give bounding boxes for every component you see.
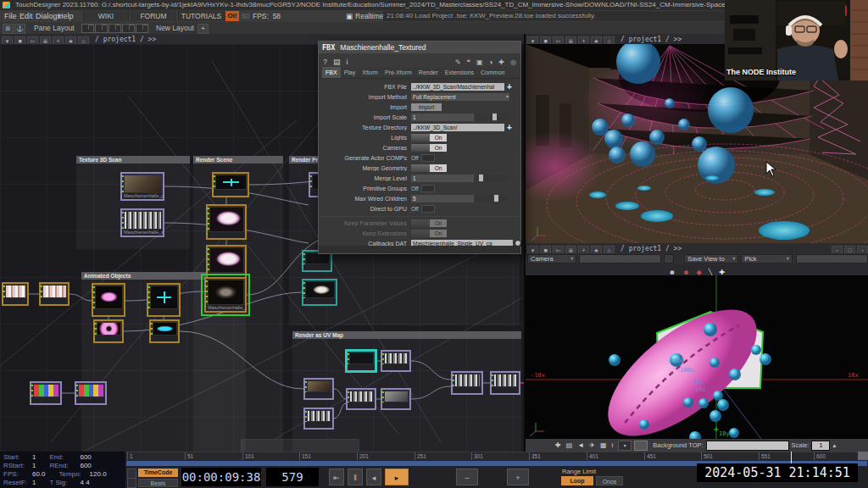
scale-stepper[interactable]: ▴ [832, 441, 836, 449]
network-group-label[interactable]: Render Scene [193, 156, 283, 164]
tab-fbx[interactable]: FBX [322, 67, 341, 78]
network-node[interactable] [92, 283, 125, 317]
layout-preset-5[interactable] [136, 24, 148, 33]
network-node[interactable] [346, 350, 376, 372]
network-node[interactable]: Maschienenhalle_single_uv [120, 208, 164, 237]
oi-badge[interactable]: OI! [225, 11, 239, 21]
param-control[interactable] [421, 205, 435, 213]
camera-select[interactable]: Camera▾ [527, 254, 576, 263]
network-node[interactable] [381, 350, 411, 372]
param-control[interactable]: On [430, 230, 447, 237]
network-node[interactable] [302, 279, 337, 306]
param-control[interactable] [411, 144, 430, 152]
network-breadcrumb[interactable]: / project1 / >> [95, 36, 156, 43]
info-icon[interactable]: i [347, 58, 348, 66]
menu-file[interactable]: File [4, 10, 17, 22]
scale-field[interactable]: 1 [811, 441, 830, 451]
param-control[interactable] [421, 154, 435, 162]
timeline-field-value[interactable]: 1 [32, 462, 36, 470]
network-node[interactable] [30, 381, 62, 405]
range-plus-button[interactable]: + [507, 469, 529, 485]
background-top-field[interactable] [706, 441, 789, 451]
network-node[interactable] [303, 408, 334, 430]
rewind-button[interactable]: ⇤ [329, 469, 344, 485]
add-path-icon[interactable]: + [507, 83, 512, 91]
slider-handle[interactable] [479, 175, 483, 181]
fly-icon[interactable]: ✈ [589, 441, 595, 449]
param-control[interactable] [476, 175, 508, 181]
grid-icon[interactable]: ▦ [600, 441, 607, 449]
network-node[interactable] [2, 282, 29, 306]
pick-select[interactable]: Pick▾ [741, 254, 792, 263]
network-node[interactable] [206, 204, 247, 240]
param-control[interactable] [476, 195, 508, 202]
menu-help[interactable]: Help [58, 10, 74, 22]
ruler-scroll-cap[interactable] [858, 452, 868, 460]
realtime-checkbox-icon[interactable]: ▣ [346, 12, 353, 20]
timeline-field-value[interactable]: 60.0 [32, 470, 46, 479]
folder-icon[interactable]: ▤ [566, 441, 573, 449]
network-node[interactable] [75, 381, 107, 405]
viewport-bottom-icons[interactable]: ✚▤◄✈▦i [553, 441, 615, 449]
param-control[interactable]: On [430, 164, 447, 172]
tab-pre-xform[interactable]: Pre-Xform [381, 67, 415, 78]
param-control[interactable]: 1 [411, 114, 474, 121]
pick-field[interactable] [796, 254, 868, 263]
network-node[interactable] [212, 172, 249, 197]
layout-preset-2[interactable] [95, 24, 108, 33]
slider-handle[interactable] [494, 195, 498, 202]
pause-button[interactable]: ‖ [348, 469, 363, 485]
tab-render[interactable]: Render [415, 67, 442, 78]
realtime-toggle[interactable]: ▣Realtime [346, 10, 384, 22]
geometry-viewport[interactable]: -10x10x-1000-100z-10z10z10y [526, 275, 868, 439]
tab-common[interactable]: Common [477, 67, 508, 78]
range-minus-button[interactable]: – [456, 469, 478, 485]
geometry-breadcrumb[interactable]: / project1 / >> [620, 245, 682, 252]
param-control[interactable]: Full Replacement▾ [411, 93, 509, 101]
timeline-field-value[interactable]: 1 [32, 453, 36, 462]
forum-link[interactable]: FORUM [131, 11, 175, 21]
add-icon[interactable]: ✚ [498, 58, 504, 66]
play-button[interactable]: ▸ [385, 469, 409, 485]
network-node[interactable]: Maschienenhalle_Textured [204, 277, 247, 313]
network-node[interactable] [303, 378, 334, 400]
add-layout-button[interactable]: + [198, 24, 209, 34]
network-node[interactable] [346, 388, 376, 410]
slider-handle[interactable] [492, 114, 497, 120]
network-node[interactable]: Maschienenhalle_preview_single [120, 172, 164, 201]
param-control[interactable]: ../KKW_3D_Scan/Maschienenhal [411, 83, 504, 91]
network-node[interactable] [149, 319, 180, 343]
param-control[interactable] [476, 114, 508, 120]
param-control[interactable]: 5 [411, 195, 474, 202]
step-back-button[interactable]: ◂ [366, 469, 381, 485]
timeline-field-value[interactable]: 4 4 [80, 479, 89, 487]
network-node[interactable] [39, 282, 70, 306]
param-control[interactable] [421, 185, 435, 192]
copy-parameters-icon[interactable]: ▣ [476, 58, 483, 66]
tutorials-link[interactable]: TUTORIALS [178, 11, 225, 21]
tab-play[interactable]: Play [341, 67, 359, 78]
loop-button[interactable]: Loop [561, 476, 593, 485]
param-control[interactable]: Import [411, 103, 442, 111]
timecode-mode-button[interactable]: TimeCode [138, 469, 178, 477]
network-group-label[interactable]: Render as UV Map [292, 331, 521, 339]
layout-preset-3[interactable] [108, 24, 121, 33]
param-control[interactable] [411, 164, 430, 172]
once-button[interactable]: Once [596, 476, 623, 485]
info-icon[interactable]: i [611, 441, 613, 449]
color-wheel-icon[interactable]: ◑ [488, 58, 492, 66]
timeline-ruler[interactable]: 151101151201251301351401451501551600 [125, 452, 868, 460]
add-path-icon[interactable]: + [507, 124, 512, 131]
layout-preset-4[interactable] [122, 24, 135, 33]
comment-icon[interactable]: ❝ [467, 58, 470, 66]
timeline-field-value[interactable]: 1 [32, 479, 36, 487]
param-control[interactable]: 1 [411, 175, 474, 182]
display-dropdown[interactable]: ▾ [618, 441, 632, 451]
prev-icon[interactable]: ◄ [577, 441, 584, 449]
param-control[interactable]: On [430, 219, 447, 227]
network-node[interactable] [147, 283, 181, 317]
dialog-title-bar[interactable]: FBXMaschienenhalle_Textured [319, 42, 520, 53]
timeline-mini-button-2[interactable] [127, 478, 136, 488]
add-icon[interactable]: ✚ [555, 441, 561, 449]
edit-icon[interactable]: ✎ [455, 58, 461, 66]
